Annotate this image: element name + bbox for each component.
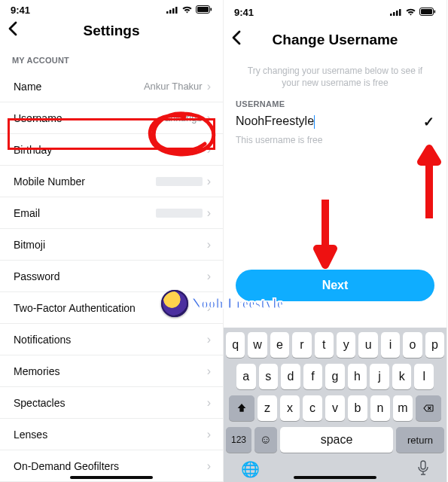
chevron-right-icon: ›	[207, 365, 211, 378]
keyboard-row-1: q w e r t y u i o p	[226, 332, 444, 358]
key-123[interactable]: 123	[226, 427, 251, 453]
battery-icon	[196, 5, 212, 16]
key-f[interactable]: f	[303, 364, 323, 389]
key-u[interactable]: u	[358, 332, 377, 358]
key-z[interactable]: z	[258, 395, 277, 421]
row-memories[interactable]: Memories ›	[0, 355, 223, 387]
chevron-right-icon: ›	[207, 238, 211, 252]
status-icons	[390, 7, 436, 18]
field-label-username: USERNAME	[224, 99, 446, 113]
row-mobile-number[interactable]: Mobile Number ›	[0, 166, 223, 197]
key-v[interactable]: v	[325, 395, 345, 421]
row-label: Memories	[14, 365, 59, 377]
key-d[interactable]: d	[281, 364, 300, 389]
row-label: On-Demand Geofilters	[14, 460, 119, 472]
change-username-screen: 9:41 Change Username Try changing your u…	[224, 0, 447, 482]
key-backspace[interactable]	[416, 395, 441, 421]
row-two-factor[interactable]: Two-Factor Authentication ›	[0, 292, 223, 324]
key-space[interactable]: space	[280, 427, 393, 453]
chevron-right-icon: ›	[207, 301, 211, 315]
back-button[interactable]	[8, 21, 18, 41]
helper-text: Try changing your username below to see …	[224, 59, 446, 99]
row-spectacles[interactable]: Spectacles ›	[0, 387, 223, 419]
home-indicator	[70, 476, 153, 479]
page-title: Settings	[84, 23, 140, 39]
keyboard-row-2: a s d f g h j k l	[226, 364, 444, 389]
row-label: Password	[14, 270, 59, 282]
svg-rect-8	[393, 12, 395, 16]
row-password[interactable]: Password ›	[0, 261, 223, 292]
row-notifications[interactable]: Notifications ›	[0, 324, 223, 355]
username-input[interactable]: NoohFreestyle	[236, 113, 423, 130]
key-emoji[interactable]: ☺	[254, 427, 277, 453]
key-h[interactable]: h	[348, 364, 367, 389]
globe-icon[interactable]: 🌐	[241, 460, 260, 479]
settings-list: Name Ankur Thakur› Username ankurigb› Bi…	[0, 71, 223, 482]
back-button[interactable]	[231, 30, 242, 50]
key-y[interactable]: y	[337, 332, 355, 358]
key-q[interactable]: q	[226, 332, 245, 358]
ios-keyboard: q w e r t y u i o p a s d f g h j k l z …	[224, 328, 446, 482]
key-o[interactable]: o	[403, 332, 422, 358]
battery-icon	[419, 7, 436, 18]
key-shift[interactable]	[229, 395, 254, 421]
key-g[interactable]: g	[325, 364, 345, 389]
key-b[interactable]: b	[348, 395, 367, 421]
redacted-value	[156, 209, 203, 218]
redacted-value	[156, 177, 203, 186]
key-j[interactable]: j	[370, 364, 389, 389]
chevron-right-icon: ›	[207, 270, 211, 283]
key-c[interactable]: c	[303, 395, 322, 421]
row-birthday[interactable]: Birthday ›	[0, 134, 223, 166]
chevron-right-icon: ›	[207, 459, 211, 473]
page-title: Change Username	[273, 32, 398, 48]
annotation-arrow-up	[416, 139, 442, 222]
annotation-arrow-down	[312, 196, 338, 271]
key-r[interactable]: r	[292, 332, 311, 358]
wifi-icon	[405, 7, 416, 18]
signal-icon	[390, 7, 402, 18]
key-s[interactable]: s	[259, 364, 279, 389]
row-label: Lenses	[14, 429, 47, 441]
key-t[interactable]: t	[315, 332, 334, 358]
mic-icon[interactable]	[417, 460, 429, 479]
key-m[interactable]: m	[393, 395, 413, 421]
chevron-right-icon: ›	[207, 143, 211, 157]
key-l[interactable]: l	[414, 364, 434, 389]
settings-screen: 9:41 Settings MY ACCOUNT Name Ankur Thak…	[0, 0, 224, 482]
svg-rect-13	[434, 10, 436, 13]
svg-rect-7	[390, 14, 392, 16]
nav-bar: Settings	[0, 17, 223, 45]
signal-icon	[166, 5, 178, 16]
row-username[interactable]: Username ankurigb›	[0, 102, 223, 134]
row-email[interactable]: Email ›	[0, 197, 223, 229]
key-x[interactable]: x	[280, 395, 300, 421]
row-label: Mobile Number	[14, 175, 85, 188]
row-label: Bitmoji	[14, 239, 45, 251]
text-caret	[314, 115, 315, 129]
svg-rect-0	[166, 11, 169, 14]
row-label: Birthday	[14, 144, 52, 156]
key-w[interactable]: w	[248, 332, 267, 358]
chevron-right-icon: ›	[207, 175, 211, 188]
chevron-right-icon: ›	[207, 111, 211, 125]
key-e[interactable]: e	[270, 332, 289, 358]
key-p[interactable]: p	[425, 332, 444, 358]
checkmark-icon: ✓	[423, 114, 434, 130]
key-k[interactable]: k	[392, 364, 412, 389]
key-a[interactable]: a	[236, 364, 256, 389]
svg-rect-9	[396, 11, 398, 16]
row-lenses[interactable]: Lenses ›	[0, 419, 223, 450]
key-i[interactable]: i	[381, 332, 400, 358]
svg-rect-10	[399, 9, 401, 16]
row-bitmoji[interactable]: Bitmoji ›	[0, 229, 223, 261]
key-n[interactable]: n	[370, 395, 390, 421]
wifi-icon	[181, 5, 193, 16]
key-return[interactable]: return	[396, 427, 444, 453]
row-name[interactable]: Name Ankur Thakur›	[0, 71, 223, 102]
section-header-my-account: MY ACCOUNT	[0, 45, 223, 71]
svg-rect-12	[421, 9, 432, 14]
next-button[interactable]: Next	[236, 270, 434, 301]
svg-rect-1	[169, 10, 172, 14]
home-indicator	[294, 476, 376, 479]
